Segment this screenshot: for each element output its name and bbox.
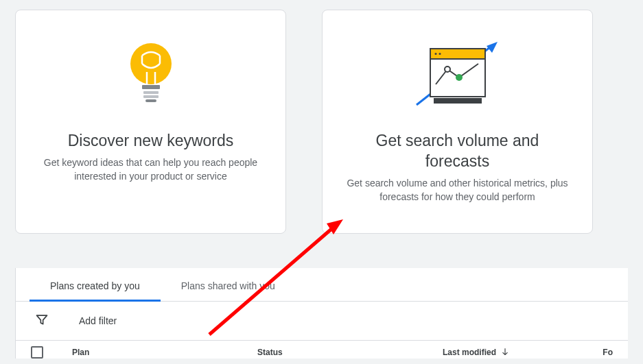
svg-point-12 bbox=[439, 53, 441, 55]
svg-rect-10 bbox=[430, 49, 485, 59]
plans-section: Plans created by you Plans shared with y… bbox=[15, 268, 628, 359]
add-filter-button[interactable]: Add filter bbox=[79, 315, 117, 326]
discover-card-desc: Get keyword ideas that can help you reac… bbox=[36, 156, 265, 184]
svg-rect-6 bbox=[145, 99, 156, 102]
svg-rect-3 bbox=[142, 85, 160, 89]
svg-point-14 bbox=[456, 74, 463, 81]
tab-plans-created[interactable]: Plans created by you bbox=[30, 268, 161, 301]
forecasts-card-title: Get search volume and forecasts bbox=[343, 131, 572, 172]
column-header-status[interactable]: Status bbox=[257, 348, 443, 357]
svg-rect-15 bbox=[434, 98, 482, 104]
plans-tabs: Plans created by you Plans shared with y… bbox=[16, 268, 628, 302]
svg-point-0 bbox=[130, 43, 172, 84]
svg-rect-5 bbox=[143, 95, 159, 98]
table-header-row: Plan Status Last modified Fo bbox=[16, 341, 628, 359]
last-modified-label: Last modified bbox=[443, 348, 496, 357]
chart-illustration bbox=[410, 35, 506, 117]
forecasts-card[interactable]: Get search volume and forecasts Get sear… bbox=[322, 10, 593, 234]
lightbulb-illustration bbox=[127, 35, 175, 117]
svg-marker-8 bbox=[487, 42, 498, 53]
discover-card-title: Discover new keywords bbox=[68, 131, 234, 151]
sort-arrow-down-icon bbox=[500, 347, 510, 359]
svg-point-13 bbox=[445, 66, 450, 72]
forecasts-card-desc: Get search volume and other historical m… bbox=[343, 176, 572, 204]
svg-rect-4 bbox=[143, 91, 159, 94]
discover-keywords-card[interactable]: Discover new keywords Get keyword ideas … bbox=[15, 10, 286, 234]
svg-point-11 bbox=[434, 53, 436, 55]
tab-plans-shared[interactable]: Plans shared with you bbox=[161, 268, 296, 301]
select-all-checkbox[interactable] bbox=[31, 346, 43, 359]
column-header-last-modified[interactable]: Last modified bbox=[443, 347, 510, 359]
column-header-plan[interactable]: Plan bbox=[72, 348, 257, 357]
filter-icon[interactable] bbox=[35, 313, 49, 329]
column-header-forecast[interactable]: Fo bbox=[603, 348, 613, 357]
filter-row: Add filter bbox=[16, 302, 628, 341]
